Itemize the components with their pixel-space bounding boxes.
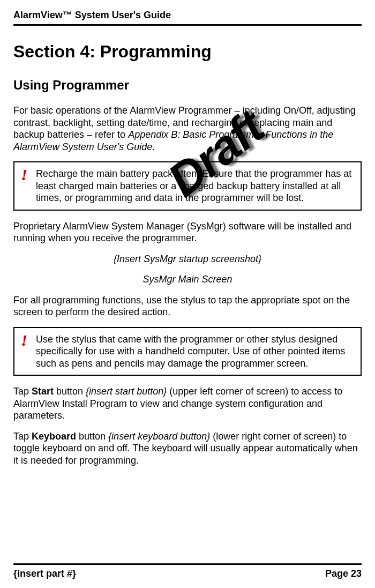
section-title: Section 4: Programming (13, 42, 362, 62)
start-button-paragraph: Tap Start button {insert start button} (… (13, 385, 362, 422)
keyboard-button-paragraph: Tap Keyboard button {insert keyboard but… (13, 430, 362, 467)
subheading-using-programmer: Using Programmer (13, 78, 362, 93)
content-area: Draft Section 4: Programming Using Progr… (13, 42, 362, 466)
keyboard-button-placeholder: {insert keyboard button} (108, 431, 210, 442)
warning-icon: ! (21, 167, 31, 183)
footer-row: {insert part #} Page 23 (13, 568, 362, 579)
start-button-placeholder: {insert start button} (86, 386, 167, 397)
text-span: Tap (13, 431, 32, 442)
footer: {insert part #} Page 23 (13, 563, 362, 579)
warning-box-battery: ! Recharge the main battery pack often. … (13, 161, 362, 211)
keyboard-label: Keyboard (32, 431, 76, 442)
warning-text-stylus: Use the stylus that came with the progra… (36, 333, 354, 370)
page: AlarmView™ System User's Guide Draft Sec… (0, 0, 375, 588)
stylus-paragraph: For all programming functions, use the s… (13, 294, 362, 318)
text-span: button (54, 386, 86, 397)
warning-box-stylus: ! Use the stylus that came with the prog… (13, 327, 362, 376)
proprietary-paragraph: Proprietary AlarmView System Manager (Sy… (13, 220, 362, 244)
header-title: AlarmView™ System User's Guide (13, 10, 362, 23)
text-span: Tap (13, 386, 32, 397)
intro-paragraph: For basic operations of the AlarmView Pr… (13, 105, 362, 153)
header-rule (13, 24, 362, 26)
footer-rule (13, 563, 362, 565)
intro-text-2: . (152, 142, 155, 152)
text-span: button (76, 431, 108, 442)
screenshot-placeholder: {Insert SysMgr startup screenshot} (13, 253, 362, 265)
start-label: Start (32, 386, 54, 397)
footer-part-number: {insert part #} (13, 568, 76, 579)
footer-page-number: Page 23 (325, 568, 362, 579)
warning-icon: ! (21, 332, 31, 348)
screenshot-caption: SysMgr Main Screen (13, 273, 362, 286)
warning-text-battery: Recharge the main battery pack often. En… (36, 168, 354, 204)
